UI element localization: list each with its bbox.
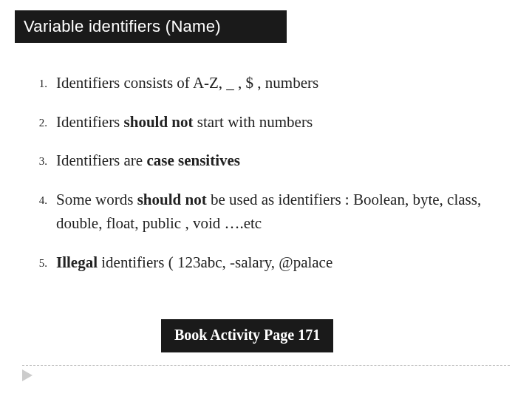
text-span: start with numbers [194, 113, 313, 131]
list-text: Some words should not be used as identif… [56, 188, 510, 236]
bold-span: case sensitives [146, 151, 240, 169]
list-number: 3. [34, 149, 56, 170]
text-span: Identifiers [56, 113, 124, 131]
list-number: 2. [34, 110, 56, 132]
slide-title-bar: Variable identifiers (Name) [15, 10, 287, 43]
list-text: Identifiers should not start with number… [56, 110, 510, 134]
footer-divider [22, 365, 510, 366]
list-item: 1.Identifiers consists of A-Z, _ , $ , n… [34, 71, 510, 95]
text-span: Identifiers are [56, 151, 146, 169]
list-item: 4.Some words should not be used as ident… [34, 188, 510, 236]
list-text: Identifiers consists of A-Z, _ , $ , num… [56, 71, 510, 95]
text-span: Identifiers consists of A-Z, _ , $ , num… [56, 74, 318, 92]
list-item: 3.Identifiers are case sensitives [34, 149, 510, 173]
bold-span: should not [124, 113, 194, 131]
list-number: 5. [34, 250, 56, 272]
list-number: 1. [34, 71, 56, 92]
list-text: Illegal identifiers ( 123abc, -salary, @… [56, 250, 510, 275]
activity-badge: Book Activity Page 171 [161, 319, 333, 352]
slide-title: Variable identifiers (Name) [24, 17, 221, 36]
text-span: Some words [56, 191, 137, 208]
footer-arrow-icon [22, 369, 33, 381]
bold-span: Illegal [56, 253, 98, 271]
list-item: 2.Identifiers should not start with numb… [34, 110, 510, 134]
text-span: identifiers ( 123abc, -salary, @palace [98, 253, 332, 271]
list-text: Identifiers are case sensitives [56, 149, 510, 173]
numbered-list: 1.Identifiers consists of A-Z, _ , $ , n… [34, 71, 510, 289]
list-item: 5.Illegal identifiers ( 123abc, -salary,… [34, 250, 510, 275]
list-number: 4. [34, 188, 56, 209]
bold-span: should not [137, 191, 207, 208]
